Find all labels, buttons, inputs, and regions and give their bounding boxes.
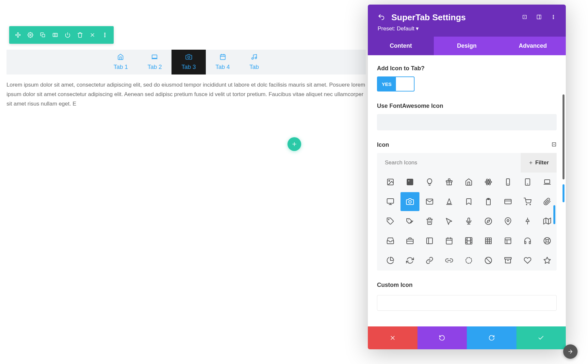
image-filled-icon[interactable] [400, 173, 419, 191]
tab-1[interactable]: Tab 1 [104, 50, 138, 74]
save-button[interactable] [516, 326, 566, 349]
settings-icon[interactable] [24, 29, 37, 41]
cone-icon[interactable] [440, 192, 459, 211]
more-icon[interactable] [99, 29, 111, 41]
tab-2[interactable]: Tab 2 [138, 50, 172, 74]
svg-point-3 [105, 33, 106, 34]
expand-icon[interactable] [522, 14, 527, 21]
svg-rect-56 [505, 257, 511, 259]
layout-icon[interactable] [498, 231, 517, 250]
svg-point-39 [530, 204, 531, 205]
star-icon[interactable] [538, 251, 557, 267]
fontawesome-label: Use FontAwesome Icon [377, 103, 557, 109]
tab-4[interactable]: Tab 4 [206, 50, 240, 74]
svg-point-40 [388, 219, 389, 220]
image-icon[interactable] [381, 173, 400, 191]
tab-content[interactable]: Content [368, 37, 434, 55]
svg-rect-8 [220, 55, 225, 59]
pin-icon[interactable] [498, 212, 517, 231]
tag-icon[interactable] [381, 212, 400, 231]
gift-icon[interactable] [440, 173, 459, 191]
custom-icon-input[interactable] [377, 295, 557, 311]
icon-grid-scrollbar[interactable] [553, 205, 555, 224]
svg-rect-31 [545, 180, 550, 183]
svg-point-0 [30, 34, 31, 36]
atom-icon[interactable] [479, 173, 498, 191]
svg-point-25 [488, 182, 489, 182]
back-icon[interactable] [378, 13, 385, 22]
inbox-icon[interactable] [381, 231, 400, 250]
link-icon[interactable] [420, 251, 439, 267]
headphones-icon[interactable] [518, 231, 537, 250]
filter-button[interactable]: Filter [521, 153, 557, 173]
ban-icon[interactable] [479, 251, 498, 267]
close-icon[interactable] [86, 29, 99, 41]
link2-icon[interactable] [440, 251, 459, 267]
panel-scrollbar[interactable] [563, 94, 564, 179]
delete-icon[interactable] [74, 29, 86, 41]
preset-dropdown[interactable]: Preset: Default ▾ [378, 25, 556, 32]
bulb-icon[interactable] [420, 173, 439, 191]
tablet-icon[interactable] [518, 173, 537, 191]
briefcase-icon[interactable] [400, 231, 419, 250]
pushpin-icon[interactable] [518, 212, 537, 231]
clipboard-icon[interactable] [479, 192, 498, 211]
tab-5[interactable]: Tab [240, 50, 269, 74]
svg-point-20 [389, 180, 390, 181]
redo-button[interactable] [467, 326, 516, 349]
tab-3[interactable]: Tab 3 [172, 50, 205, 74]
power-icon[interactable] [61, 29, 74, 41]
heart-icon[interactable] [518, 251, 537, 267]
add-module-button[interactable] [287, 137, 301, 151]
tab-design[interactable]: Design [434, 37, 500, 55]
calendar-icon[interactable] [440, 231, 459, 250]
svg-point-7 [188, 56, 190, 58]
svg-point-18 [554, 144, 555, 145]
svg-rect-51 [529, 241, 531, 244]
icon-label: Icon [377, 141, 389, 148]
cancel-button[interactable] [368, 326, 417, 349]
mail-icon[interactable] [420, 192, 439, 211]
svg-point-16 [553, 18, 554, 19]
home-icon[interactable] [459, 173, 478, 191]
columns-icon[interactable] [49, 29, 61, 41]
cart-icon[interactable] [518, 192, 537, 211]
svg-rect-41 [468, 218, 470, 222]
refresh-icon[interactable] [400, 251, 419, 267]
expand-icon[interactable] [551, 142, 557, 148]
smartphone-icon[interactable] [498, 173, 517, 191]
trash-icon[interactable] [420, 212, 439, 231]
grid-icon[interactable] [479, 231, 498, 250]
settings-panel: SuperTab Settings Preset: Default ▾ Cont… [368, 5, 566, 349]
bookmark-icon[interactable] [459, 192, 478, 211]
svg-point-33 [409, 201, 411, 203]
pie-icon[interactable] [381, 251, 400, 267]
tab-label: Tab 2 [147, 64, 162, 71]
dock-icon[interactable] [536, 14, 542, 21]
cursor-icon[interactable] [440, 212, 459, 231]
undo-button[interactable] [417, 326, 467, 349]
tab-advanced[interactable]: Advanced [500, 37, 566, 55]
fontawesome-input[interactable] [377, 114, 557, 130]
more-icon[interactable] [551, 14, 556, 21]
tags-icon[interactable] [400, 212, 419, 231]
credit-card-icon[interactable] [498, 192, 517, 211]
monitor-icon[interactable] [381, 192, 400, 211]
move-icon[interactable] [12, 29, 24, 41]
panel-icon[interactable] [420, 231, 439, 250]
spinner-icon[interactable] [459, 251, 478, 267]
archive-icon[interactable] [498, 251, 517, 267]
film-icon[interactable] [459, 231, 478, 250]
camera-icon[interactable] [400, 192, 419, 211]
svg-rect-6 [152, 55, 157, 58]
laptop-icon[interactable] [538, 173, 557, 191]
add-icon-toggle[interactable]: YES [377, 76, 415, 91]
compass-icon[interactable] [479, 212, 498, 231]
duplicate-icon[interactable] [37, 29, 49, 41]
panel-scrollbar-section[interactable] [563, 184, 564, 202]
mic-icon[interactable] [459, 212, 478, 231]
resize-handle[interactable] [563, 344, 578, 359]
svg-rect-37 [505, 199, 511, 204]
icon-search-input[interactable] [377, 153, 521, 173]
lifebuoy-icon[interactable] [538, 231, 557, 250]
